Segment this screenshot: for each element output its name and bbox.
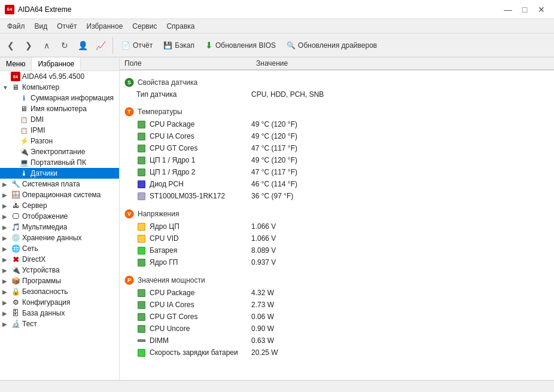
refresh-button[interactable]: ↻ [56, 37, 73, 54]
tree-item-multimedia[interactable]: ▶ 🎵 Мультимедиа [0, 222, 119, 232]
field-dimm-power: DIMM [136, 336, 251, 345]
value-core2-temp: 47 °C (117 °F) [251, 168, 549, 176]
cpu-ia-power-icon [136, 300, 146, 310]
minimize-button[interactable]: — [500, 4, 516, 16]
power-tree-icon: 🔌 [19, 147, 29, 157]
field-cpu-uncore-power: CPU Uncore [136, 324, 251, 333]
maximize-button[interactable]: □ [517, 4, 532, 16]
sysboard-icon: 🔧 [11, 179, 20, 189]
tree-item-config[interactable]: ▶ ⚙ Конфигурация [0, 297, 119, 308]
battery-label: Батарея [150, 246, 177, 255]
user-button[interactable]: 👤 [74, 37, 91, 54]
value-cpu-ia-cores-temp: 49 °C (120 °F) [251, 132, 549, 140]
toolbar-separator-1 [112, 37, 113, 54]
tree-label-config: Конфигурация [22, 298, 71, 307]
tree-item-laptop[interactable]: 💻 Портативный ПК [0, 157, 119, 168]
row-battery-volt: Батарея 8.089 V [120, 244, 554, 256]
summary-icon: ℹ [19, 93, 29, 103]
tree-label-display: Отображение [22, 212, 68, 220]
forward-button[interactable]: ❯ [20, 37, 37, 54]
core2-temp-label: ЦП 1 / Ядро 2 [150, 168, 196, 176]
app-icon: 64 [5, 5, 14, 14]
row-cpu-uncore-power: CPU Uncore 0.90 W [120, 323, 554, 335]
field-cpu-pkg-power: CPU Package [136, 288, 251, 298]
sidebar: Меню Избранное 64 AIDA64 v5.95.4500 ▼ 🖥 … [0, 57, 120, 380]
value-cpu-uncore-power: 0.90 W [251, 324, 549, 333]
programs-icon: 📦 [11, 276, 20, 286]
bios-icon: ⬇ [205, 40, 213, 51]
bios-update-button[interactable]: ⬇ Обновления BIOS [200, 36, 281, 55]
cpu-ia-cores-power-label: CPU IA Cores [150, 301, 194, 309]
tree-item-dmi[interactable]: 📋 DMI [0, 114, 119, 125]
report-button[interactable]: 📄 Отчёт [117, 36, 157, 55]
tree-item-summary[interactable]: ℹ Суммарная информация [0, 93, 119, 103]
titlebar-controls: — □ ✕ [500, 4, 549, 16]
tree-item-network[interactable]: ▶ 🌐 Сеть [0, 243, 119, 254]
value-cpu-ia-power: 2.73 W [251, 301, 549, 309]
tree-item-directx[interactable]: ▶ ✖ DirectX [0, 254, 119, 265]
tree-label-summary: Суммарная информация [31, 94, 114, 102]
menu-service[interactable]: Сервис [127, 21, 162, 32]
tree-item-database[interactable]: ▶ 🗄 База данных [0, 308, 119, 318]
field-bat-charge-power: Скорость зарядки батареи [136, 348, 251, 357]
section-power: P Значения мощности [120, 272, 554, 287]
volt-section-icon: V [124, 209, 134, 219]
section-temp: T Температуры [120, 103, 554, 118]
tree-label-dmi: DMI [31, 115, 44, 124]
tree-item-computer[interactable]: ▼ 🖥 Компьютер [0, 82, 119, 93]
tree-item-programs[interactable]: ▶ 📦 Программы [0, 275, 119, 286]
menubar: Файл Вид Отчёт Избранное Сервис Справка [0, 19, 554, 33]
tree-item-test[interactable]: ▶ 🔬 Тест [0, 318, 119, 329]
tree-item-sensors[interactable]: 🌡 Датчики [0, 168, 119, 179]
tree-item-devices[interactable]: ▶ 🔌 Устройства [0, 265, 119, 275]
row-cpu-package-temp: CPU Package 49 °C (120 °F) [120, 118, 554, 130]
field-pch-diode-temp: Диод PCH [136, 179, 251, 189]
database-icon: 🗄 [11, 308, 20, 318]
menu-file[interactable]: Файл [2, 21, 30, 32]
tree-label-sensors: Датчики [31, 169, 57, 177]
tree-item-os[interactable]: ▶ 🪟 Операционная система [0, 189, 119, 200]
titlebar: 64 AIDA64 Extreme — □ ✕ [0, 0, 554, 19]
tree-label-storage: Хранение данных [22, 234, 82, 242]
tab-favorites[interactable]: Избранное [32, 57, 81, 71]
back-button[interactable]: ❮ [2, 37, 19, 54]
tree-item-overclock[interactable]: ⚡ Разгон [0, 136, 119, 146]
field-sensor-type: Тип датчика [136, 90, 251, 99]
svg-text:V: V [127, 211, 131, 217]
hdd-icon [136, 191, 146, 201]
tab-menu[interactable]: Меню [0, 57, 32, 71]
tree-item-storage[interactable]: ▶ 💿 Хранение данных [0, 232, 119, 243]
field-cpu-vid-volt: CPU VID [136, 234, 251, 243]
value-sensor-type: CPU, HDD, PCH, SNB [251, 90, 549, 99]
tree-item-sysboard[interactable]: ▶ 🔧 Системная плата [0, 179, 119, 189]
pch-diode-label: Диод PCH [150, 180, 184, 188]
bat-charge-label: Скорость зарядки батареи [150, 348, 238, 357]
menu-help[interactable]: Справка [162, 21, 199, 32]
tree-item-server[interactable]: ▶ 🖧 Сервер [0, 200, 119, 211]
tree-item-security[interactable]: ▶ 🔒 Безопасность [0, 286, 119, 297]
menu-view[interactable]: Вид [30, 21, 53, 32]
row-cpu-gt-cores-temp: CPU GT Cores 47 °C (117 °F) [120, 142, 554, 154]
tree-item-power[interactable]: 🔌 Электропитание [0, 146, 119, 157]
menu-report[interactable]: Отчёт [52, 21, 81, 32]
cpu-core-volt-label: Ядро ЦП [150, 222, 179, 231]
up-button[interactable]: ∧ [38, 37, 55, 54]
tree-item-display[interactable]: ▶ 🖵 Отображение [0, 211, 119, 222]
dimm-power-icon [136, 336, 146, 345]
section-volt: V Напряжения [120, 206, 554, 220]
menu-favorites[interactable]: Избранное [82, 21, 128, 32]
close-button[interactable]: ✕ [534, 4, 549, 16]
svg-text:T: T [127, 109, 131, 115]
drivers-update-button[interactable]: 🔍 Обновления драйверов [282, 36, 382, 55]
graph-button[interactable]: 📈 [92, 37, 109, 54]
tree-item-compname[interactable]: 🖥 Имя компьютера [0, 103, 119, 114]
tree-label-power: Электропитание [31, 148, 85, 156]
backup-button[interactable]: 💾 Бэкап [159, 36, 199, 55]
hdd-temp-label: ST1000LM035-1RK172 [150, 192, 225, 200]
security-icon: 🔒 [11, 287, 20, 296]
tree-item-ipmi[interactable]: 📋 IPMI [0, 125, 119, 136]
sensor-props-icon: S [124, 78, 134, 87]
value-gpu-core-volt: 0.937 V [251, 258, 549, 267]
pch-diode-icon [136, 179, 146, 189]
app-title: AIDA64 Extreme [18, 5, 71, 14]
